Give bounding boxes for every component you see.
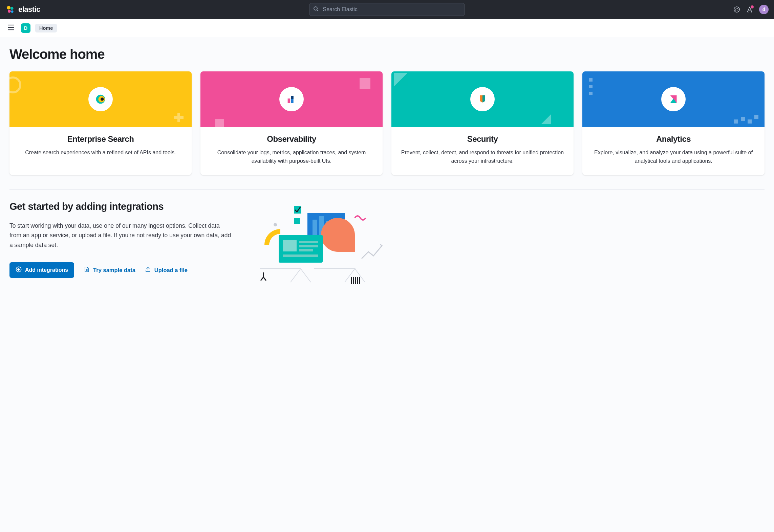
get-started-text: Get started by adding integrations To st…	[9, 201, 233, 278]
svg-line-5	[317, 10, 318, 11]
svg-marker-21	[541, 114, 551, 124]
svg-rect-17	[288, 98, 291, 103]
add-integrations-button[interactable]: Add integrations	[9, 262, 74, 278]
svg-point-4	[314, 7, 317, 10]
svg-rect-19	[291, 96, 294, 99]
top-bar: elastic d	[0, 0, 774, 19]
svg-rect-44	[283, 240, 297, 251]
svg-rect-46	[299, 245, 318, 247]
user-avatar[interactable]: d	[759, 5, 769, 14]
svg-rect-47	[299, 249, 313, 251]
upload-file-link[interactable]: Upload a file	[145, 266, 188, 274]
upload-icon	[145, 266, 151, 274]
card-body: Enterprise Search Create search experien…	[9, 127, 192, 175]
card-title: Enterprise Search	[16, 134, 186, 144]
card-desc: Create search experiences with a refined…	[16, 149, 186, 157]
get-started-actions: Add integrations Try sample data Upload …	[9, 262, 233, 278]
svg-rect-16	[215, 119, 224, 128]
card-hero	[391, 71, 574, 127]
card-enterprise-search[interactable]: Enterprise Search Create search experien…	[9, 71, 192, 175]
brand-logo[interactable]: elastic	[5, 5, 40, 14]
svg-point-1	[10, 7, 14, 10]
integrations-illustration	[246, 201, 389, 286]
section-divider	[9, 189, 765, 190]
breadcrumb-home[interactable]: Home	[35, 24, 57, 32]
search-icon	[313, 6, 319, 13]
brand-name: elastic	[18, 5, 40, 14]
analytics-icon	[661, 87, 686, 111]
link-label: Try sample data	[93, 267, 135, 273]
svg-rect-23	[589, 85, 593, 88]
card-observability[interactable]: Observability Consolidate your logs, met…	[200, 71, 383, 175]
svg-point-0	[7, 6, 10, 10]
card-hero	[200, 71, 383, 127]
try-sample-data-link[interactable]: Try sample data	[84, 266, 135, 274]
card-body: Security Prevent, collect, detect, and r…	[391, 127, 574, 175]
get-started-title: Get started by adding integrations	[9, 201, 233, 212]
svg-rect-15	[360, 78, 370, 89]
get-started-desc: To start working with your data, use one…	[9, 221, 233, 250]
card-title: Observability	[207, 134, 377, 144]
svg-marker-20	[394, 73, 408, 86]
button-label: Add integrations	[25, 267, 68, 273]
sub-bar: D Home	[0, 19, 774, 37]
card-title: Security	[397, 134, 567, 144]
link-label: Upload a file	[154, 267, 188, 273]
card-analytics[interactable]: Analytics Explore, visualize, and analyz…	[582, 71, 765, 175]
svg-rect-24	[589, 92, 593, 95]
main-content: Welcome home Enterprise Search Create se…	[0, 37, 774, 532]
observability-icon	[279, 87, 304, 111]
svg-point-7	[735, 8, 738, 11]
security-icon	[470, 87, 495, 111]
card-body: Observability Consolidate your logs, met…	[200, 127, 383, 175]
svg-point-2	[8, 10, 11, 13]
search-input[interactable]	[309, 3, 465, 16]
card-desc: Explore, visualize, and analyze your dat…	[588, 149, 758, 165]
svg-point-3	[11, 10, 14, 13]
svg-point-14	[101, 97, 104, 101]
svg-rect-45	[299, 241, 318, 243]
card-body: Analytics Explore, visualize, and analyz…	[582, 127, 765, 175]
space-selector[interactable]: D	[21, 23, 30, 33]
card-desc: Prevent, collect, detect, and respond to…	[397, 149, 567, 165]
help-icon[interactable]	[733, 6, 740, 13]
svg-rect-42	[294, 218, 300, 224]
document-icon	[84, 266, 90, 274]
svg-rect-22	[589, 78, 593, 82]
plus-circle-icon	[16, 266, 22, 274]
elastic-logo-icon	[5, 5, 15, 14]
top-bar-center	[46, 3, 728, 16]
notification-dot	[751, 5, 754, 8]
svg-rect-25	[734, 119, 738, 124]
svg-point-49	[274, 223, 277, 226]
svg-rect-27	[748, 119, 752, 124]
svg-rect-48	[283, 254, 318, 257]
get-started-section: Get started by adding integrations To st…	[9, 201, 765, 286]
card-hero	[582, 71, 765, 127]
solution-cards: Enterprise Search Create search experien…	[9, 71, 765, 175]
svg-point-6	[734, 7, 739, 12]
top-bar-right: d	[733, 5, 769, 14]
svg-rect-26	[741, 117, 745, 121]
card-security[interactable]: Security Prevent, collect, detect, and r…	[391, 71, 574, 175]
nav-menu-button[interactable]	[5, 22, 16, 34]
page-title: Welcome home	[9, 47, 765, 62]
enterprise-search-icon	[88, 87, 113, 111]
newsfeed-icon[interactable]	[746, 6, 753, 13]
card-desc: Consolidate your logs, metrics, applicat…	[207, 149, 377, 165]
card-hero	[9, 71, 192, 127]
svg-rect-28	[754, 115, 758, 119]
global-search	[309, 3, 465, 16]
card-title: Analytics	[588, 134, 758, 144]
svg-point-11	[9, 77, 20, 92]
